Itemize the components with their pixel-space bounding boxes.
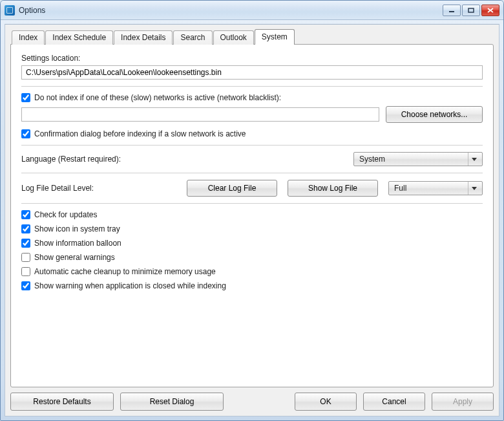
tabstrip: Index Index Schedule Index Details Searc… xyxy=(10,28,494,44)
blacklist-checkbox-label: Do not index if one of these (slow) netw… xyxy=(34,93,281,102)
maximize-icon xyxy=(468,8,474,13)
systray-label: Show icon in system tray xyxy=(34,224,120,233)
tabpage-system: Settings location: Do not index if one o… xyxy=(10,44,494,387)
check-updates-checkbox[interactable] xyxy=(21,210,30,219)
svg-marker-5 xyxy=(472,187,477,190)
client-area: Index Index Schedule Index Details Searc… xyxy=(5,24,499,416)
confirm-checkbox[interactable] xyxy=(21,129,30,138)
minimize-icon xyxy=(448,8,455,13)
log-level-select[interactable]: Full xyxy=(388,181,483,195)
warn-close-indexing-label: Show warning when application is closed … xyxy=(34,281,226,290)
check-updates-label: Check for updates xyxy=(34,210,97,219)
chevron-down-icon xyxy=(468,153,479,166)
close-button[interactable] xyxy=(481,5,499,16)
chevron-down-icon xyxy=(468,182,479,195)
svg-rect-1 xyxy=(468,8,474,12)
settings-location-label: Settings location: xyxy=(21,54,483,63)
tab-system[interactable]: System xyxy=(255,29,295,45)
balloon-label: Show information balloon xyxy=(34,239,121,248)
language-select-value: System xyxy=(359,155,385,164)
separator xyxy=(21,145,483,146)
general-warnings-checkbox[interactable] xyxy=(21,253,30,262)
ok-button[interactable]: OK xyxy=(295,393,357,411)
blacklist-input[interactable] xyxy=(21,107,379,122)
window-title: Options xyxy=(19,6,45,15)
general-warnings-label: Show general warnings xyxy=(34,253,115,262)
svg-rect-0 xyxy=(449,11,454,12)
tab-index-details[interactable]: Index Details xyxy=(114,30,173,45)
dialog-button-bar: Restore Defaults Reset Dialog OK Cancel … xyxy=(10,387,494,411)
log-level-label: Log File Detail Level: xyxy=(21,184,176,193)
tab-index[interactable]: Index xyxy=(12,30,45,45)
blacklist-checkbox[interactable] xyxy=(21,93,30,102)
separator xyxy=(21,173,483,173)
svg-marker-4 xyxy=(472,158,477,161)
options-window: Options Index Index Schedule Index Detai… xyxy=(0,0,504,421)
separator xyxy=(21,86,483,87)
balloon-checkbox[interactable] xyxy=(21,239,30,248)
warn-close-indexing-checkbox[interactable] xyxy=(21,281,30,290)
systray-checkbox[interactable] xyxy=(21,224,30,233)
restore-defaults-button[interactable]: Restore Defaults xyxy=(10,393,114,411)
tab-index-schedule[interactable]: Index Schedule xyxy=(45,30,113,45)
app-icon xyxy=(5,5,15,16)
language-select[interactable]: System xyxy=(353,152,483,166)
choose-networks-button[interactable]: Choose networks... xyxy=(386,106,483,123)
confirm-checkbox-label: Confirmation dialog before indexing if a… xyxy=(34,129,246,138)
reset-dialog-button[interactable]: Reset Dialog xyxy=(120,393,224,411)
show-log-button[interactable]: Show Log File xyxy=(288,180,378,197)
cache-cleanup-label: Automatic cache cleanup to minimize memo… xyxy=(34,267,216,276)
tab-outlook[interactable]: Outlook xyxy=(213,30,254,45)
cancel-button[interactable]: Cancel xyxy=(363,393,425,411)
minimize-button[interactable] xyxy=(443,5,461,16)
apply-button[interactable]: Apply xyxy=(432,393,494,411)
checks-group: Check for updates Show icon in system tr… xyxy=(21,210,483,290)
separator xyxy=(21,203,483,204)
close-icon xyxy=(487,8,494,13)
tab-search[interactable]: Search xyxy=(173,30,212,45)
language-label: Language (Restart required): xyxy=(21,155,121,164)
settings-location-input[interactable] xyxy=(21,65,483,80)
maximize-button[interactable] xyxy=(462,5,480,16)
log-level-select-value: Full xyxy=(394,184,406,193)
clear-log-button[interactable]: Clear Log File xyxy=(187,180,277,197)
window-controls xyxy=(443,5,499,16)
titlebar: Options xyxy=(1,1,503,20)
cache-cleanup-checkbox[interactable] xyxy=(21,267,30,276)
